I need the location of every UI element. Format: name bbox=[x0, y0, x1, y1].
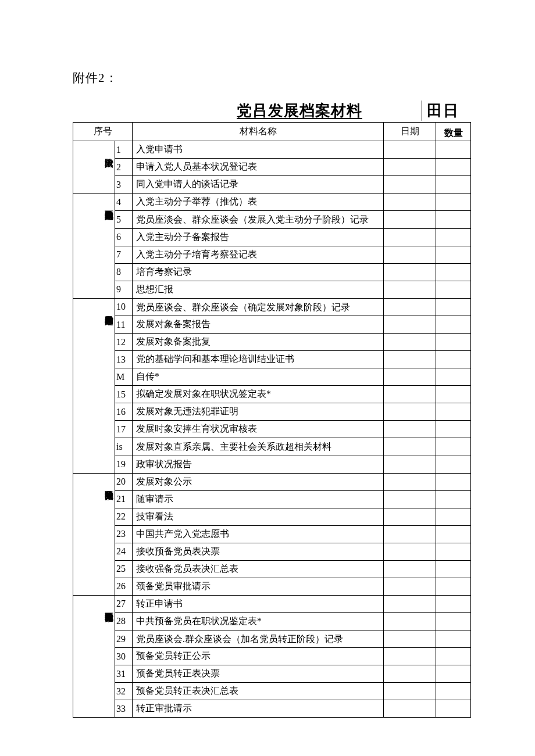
date-cell bbox=[384, 141, 436, 159]
row-number: 26 bbox=[115, 578, 133, 595]
table-row: 29党员座谈会.群众座谈会（加名党员转正阶段）记录 bbox=[73, 630, 471, 648]
material-name: 入党主动分子举荐（推优）表 bbox=[133, 194, 384, 211]
date-cell bbox=[384, 194, 436, 211]
table-row: 25接收强备党员表决汇总表 bbox=[73, 560, 471, 578]
row-number: 13 bbox=[115, 351, 133, 368]
qty-cell bbox=[436, 316, 471, 334]
qty-cell bbox=[436, 281, 471, 298]
date-cell bbox=[384, 246, 436, 263]
table-header-row: 序号 材料名称 日期 数量 bbox=[73, 123, 471, 141]
header-seq: 序号 bbox=[73, 123, 133, 141]
qty-cell bbox=[436, 595, 471, 612]
row-number: 11 bbox=[115, 316, 133, 334]
table-row: 26颈备党员审批请示 bbox=[73, 578, 471, 595]
material-name: 发展对象公示 bbox=[133, 473, 384, 490]
material-name: 政审状况报告 bbox=[133, 456, 384, 473]
table-row: 13党的基础学问和基本理论培训结业证书 bbox=[73, 351, 471, 368]
date-cell bbox=[384, 560, 436, 578]
table-row: is发展对象直系亲属、主要社会关系政超相关材料 bbox=[73, 438, 471, 456]
table-row: 6入党主动分子备案报告 bbox=[73, 228, 471, 246]
date-cell bbox=[384, 665, 436, 683]
row-number: 33 bbox=[115, 700, 133, 718]
row-number: 15 bbox=[115, 386, 133, 403]
stage-cell: 主党分动的子定确培和教百阶化段入 bbox=[73, 194, 115, 299]
table-row: 3同入党申请人的谈话记录 bbox=[73, 176, 471, 194]
material-name: 入党主动分子备案报告 bbox=[133, 228, 384, 246]
qty-cell bbox=[436, 612, 471, 630]
material-name: 接收强备党员表决汇总表 bbox=[133, 560, 384, 578]
page-title: 党吕发展档案材料 bbox=[73, 101, 422, 121]
qty-cell bbox=[436, 298, 471, 316]
stage-cell: 清入党阶校申 bbox=[73, 141, 115, 194]
qty-cell bbox=[436, 228, 471, 246]
date-cell bbox=[384, 438, 436, 456]
row-number: 9 bbox=[115, 281, 133, 298]
date-cell bbox=[384, 334, 436, 351]
date-cell bbox=[384, 490, 436, 508]
date-cell bbox=[384, 456, 436, 473]
materials-table: 序号 材料名称 日期 数量 清入党阶校申1入党申请书2申请入党人员基本状况登记表… bbox=[73, 122, 471, 718]
material-name: 党员座谈会、群众座谈会（确定发展对象阶段）记录 bbox=[133, 298, 384, 316]
stage-cell: 务员接阶史预党的收我 bbox=[73, 473, 115, 595]
date-cell bbox=[384, 263, 436, 281]
table-row: 展象确和察段发时的定考阶10党员座谈会、群众座谈会（确定发展对象阶段）记录 bbox=[73, 298, 471, 316]
row-number: is bbox=[115, 438, 133, 456]
header-date: 日期 bbox=[384, 123, 436, 141]
table-row: 主党分动的子定确培和教百阶化段入4入党主动分子举荐（推优）表 bbox=[73, 194, 471, 211]
row-number: 8 bbox=[115, 263, 133, 281]
row-number: 27 bbox=[115, 595, 133, 612]
qty-cell bbox=[436, 543, 471, 560]
date-cell bbox=[384, 176, 436, 194]
title-row: 党吕发展档案材料 田日 bbox=[73, 101, 471, 121]
row-number: 23 bbox=[115, 525, 133, 543]
material-name: 预备党员转正公示 bbox=[133, 648, 384, 665]
material-name: 拟确定发展对象在职状况签定表* bbox=[133, 386, 384, 403]
material-name: 预备党员转正表决票 bbox=[133, 665, 384, 683]
table-row: 7入党主动分子培育考察登记表 bbox=[73, 246, 471, 263]
table-row: 12发展对象备案批复 bbox=[73, 334, 471, 351]
row-number: 17 bbox=[115, 421, 133, 438]
material-name: 入党申请书 bbox=[133, 141, 384, 159]
date-cell bbox=[384, 421, 436, 438]
qty-cell bbox=[436, 630, 471, 648]
qty-cell bbox=[436, 334, 471, 351]
title-suffix: 田日 bbox=[422, 101, 471, 121]
qty-cell bbox=[436, 438, 471, 456]
material-name: 党员座淡会、群众座谈会（发展入党主动分子阶段）记录 bbox=[133, 211, 384, 229]
qty-cell bbox=[436, 560, 471, 578]
table-row: 22技审看法 bbox=[73, 508, 471, 525]
material-name: 同入党申请人的谈话记录 bbox=[133, 176, 384, 194]
row-number: 4 bbox=[115, 194, 133, 211]
qty-cell bbox=[436, 665, 471, 683]
date-cell bbox=[384, 525, 436, 543]
date-cell bbox=[384, 612, 436, 630]
attachment-label: 附件2： bbox=[73, 70, 471, 86]
table-row: M自传* bbox=[73, 368, 471, 386]
table-row: 2申请入党人员基本状况登记表 bbox=[73, 159, 471, 176]
material-name: 自传* bbox=[133, 368, 384, 386]
date-cell bbox=[384, 351, 436, 368]
row-number: 10 bbox=[115, 298, 133, 316]
table-row: 清入党阶校申1入党申请书 bbox=[73, 141, 471, 159]
material-name: 中国共产党入党志愿书 bbox=[133, 525, 384, 543]
material-name: 颈备党员审批请示 bbox=[133, 578, 384, 595]
row-number: M bbox=[115, 368, 133, 386]
row-number: 7 bbox=[115, 246, 133, 263]
date-cell bbox=[384, 543, 436, 560]
table-row: 9思想汇报 bbox=[73, 281, 471, 298]
table-row: 24接收预备党员表决票 bbox=[73, 543, 471, 560]
row-number: 16 bbox=[115, 403, 133, 421]
row-number: 2 bbox=[115, 159, 133, 176]
qty-cell bbox=[436, 683, 471, 700]
date-cell bbox=[384, 683, 436, 700]
table-row: 33转正审批请示 bbox=[73, 700, 471, 718]
row-number: 21 bbox=[115, 490, 133, 508]
material-name: 转正审批请示 bbox=[133, 700, 384, 718]
table-row: 16发展对象无违法犯罪证明 bbox=[73, 403, 471, 421]
row-number: 3 bbox=[115, 176, 133, 194]
row-number: 28 bbox=[115, 612, 133, 630]
date-cell bbox=[384, 386, 436, 403]
date-cell bbox=[384, 211, 436, 229]
table-row: 23中国共产党入党志愿书 bbox=[73, 525, 471, 543]
material-name: 思想汇报 bbox=[133, 281, 384, 298]
